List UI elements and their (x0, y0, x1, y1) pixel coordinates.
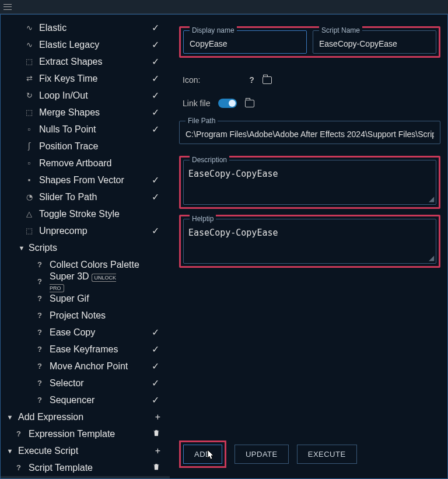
check-icon: ✓ (152, 327, 159, 338)
item-icon: ↻ (24, 91, 34, 100)
script-item[interactable]: ?Sequencer✓ (1, 391, 170, 408)
script-item[interactable]: ?Ease Keyframes✓ (1, 341, 170, 358)
icon-label: Icon: (183, 75, 200, 85)
item-icon: ∿ (24, 40, 34, 49)
display-name-input[interactable] (190, 39, 300, 48)
helptip-label: Helptip (190, 215, 216, 223)
item-label: Super Gif (50, 293, 170, 304)
file-path-label: File Path (186, 117, 218, 125)
script-item[interactable]: ?Project Notes (1, 307, 170, 324)
execute-script-label: Execute Script (18, 446, 155, 456)
anim-item[interactable]: △Toggle Stroke Style (1, 205, 170, 222)
script-item[interactable]: ?Selector✓ (1, 375, 170, 391)
question-icon: ? (34, 294, 45, 303)
check-icon: ✓ (152, 191, 159, 202)
question-icon: ? (13, 463, 24, 472)
script-name-input[interactable] (319, 39, 430, 48)
script-item[interactable]: ?Super Gif (1, 290, 170, 307)
item-label: Fix Keys Time (39, 74, 152, 84)
script-name-field[interactable]: Script Name (313, 30, 436, 54)
menu-icon[interactable] (4, 4, 12, 10)
resize-handle-icon[interactable]: ◢ (429, 256, 435, 262)
display-name-field[interactable]: Display name (183, 30, 307, 54)
description-field[interactable]: Description ◢ (183, 160, 436, 205)
plus-icon[interactable]: + (155, 412, 160, 422)
highlight-helptip: Helptip ◢ (179, 215, 440, 268)
section-scripts[interactable]: ▼ Scripts (1, 239, 170, 256)
anim-item[interactable]: ▫Nulls To Point✓ (1, 121, 170, 138)
anim-item[interactable]: ▪Shapes From Vector✓ (1, 172, 170, 188)
item-label: Remove Artboard (39, 158, 170, 169)
item-label: Elastic Legacy (39, 40, 152, 50)
add-button[interactable]: ADD (183, 445, 222, 464)
trash-icon[interactable] (152, 463, 160, 473)
anim-item[interactable]: ▫Remove Artboard (1, 155, 170, 172)
question-icon: ? (34, 379, 45, 387)
expression-template-label: Expression Template (29, 429, 152, 439)
section-add-expression[interactable]: ▼ Add Expression + (1, 408, 170, 425)
file-path-field[interactable]: File Path (179, 121, 440, 144)
anim-item[interactable]: ⬚Extract Shapes✓ (1, 53, 170, 70)
item-new-script[interactable]: ? new script 1 (1, 476, 170, 478)
script-item[interactable]: ?Ease Copy✓ (1, 324, 170, 341)
anim-item[interactable]: ∿Elastic Legacy✓ (1, 36, 170, 53)
file-path-input[interactable] (186, 130, 434, 139)
highlight-add-button: ADD (179, 440, 226, 468)
chevron-down-icon: ▼ (17, 244, 26, 251)
script-item[interactable]: ?Move Anchor Point✓ (1, 358, 170, 375)
item-label: Merge Shapes (39, 107, 152, 118)
link-file-row: Link file (183, 99, 440, 108)
sidebar: ∿Elastic✓∿Elastic Legacy✓⬚Extract Shapes… (1, 15, 170, 478)
item-label: Project Notes (50, 310, 170, 321)
button-row: ADD UPDATE EXECUTE (179, 440, 357, 468)
item-icon: ʃ (24, 142, 34, 151)
resize-handle-icon[interactable]: ◢ (429, 197, 435, 203)
anim-item[interactable]: ↻Loop In/Out✓ (1, 87, 170, 104)
item-expression-template[interactable]: ? Expression Template (1, 425, 170, 442)
link-file-label: Link file (183, 99, 210, 108)
display-name-label: Display name (190, 26, 237, 34)
anim-item[interactable]: ∿Elastic✓ (1, 19, 170, 36)
add-expression-label: Add Expression (18, 412, 155, 422)
section-execute-script[interactable]: ▼ Execute Script + (1, 442, 170, 459)
question-icon: ? (34, 396, 45, 404)
highlight-name-fields: Display name Script Name (179, 26, 440, 58)
item-icon: ⇄ (24, 74, 34, 83)
script-template-label: Script Template (29, 463, 152, 473)
script-item[interactable]: ?Super 3DUNLOCKPRO (1, 273, 170, 290)
item-label: Selector (50, 378, 152, 389)
item-label: Unprecomp (39, 226, 152, 236)
anim-item[interactable]: ⬚Merge Shapes✓ (1, 104, 170, 121)
item-label: Loop In/Out (39, 90, 152, 101)
script-name-label: Script Name (319, 26, 362, 34)
helptip-input[interactable] (188, 228, 431, 257)
item-script-template[interactable]: ? Script Template (1, 459, 170, 476)
anim-item[interactable]: ◔Slider To Path✓ (1, 188, 170, 205)
scripts-header-label: Scripts (29, 243, 170, 253)
folder-icon[interactable] (245, 100, 254, 107)
question-icon[interactable]: ? (249, 75, 254, 85)
question-icon: ? (34, 328, 45, 337)
item-label: Sequencer (50, 395, 152, 405)
link-file-toggle[interactable] (218, 99, 237, 108)
question-icon: ? (34, 260, 45, 269)
question-icon: ? (34, 277, 45, 286)
anim-item[interactable]: ʃPosition Trace (1, 138, 170, 155)
update-button[interactable]: UPDATE (235, 445, 289, 464)
check-icon: ✓ (152, 124, 159, 135)
item-label: Toggle Stroke Style (39, 209, 170, 219)
anim-item[interactable]: ⬚Unprecomp✓ (1, 222, 170, 239)
check-icon: ✓ (152, 361, 159, 372)
plus-icon[interactable]: + (155, 446, 160, 456)
description-label: Description (190, 156, 229, 164)
execute-button[interactable]: EXECUTE (297, 445, 357, 464)
highlight-description: Description ◢ (179, 156, 440, 209)
anim-item[interactable]: ⇄Fix Keys Time✓ (1, 70, 170, 87)
description-input[interactable] (188, 169, 431, 198)
trash-icon[interactable] (152, 429, 160, 439)
check-icon: ✓ (152, 107, 159, 118)
item-icon: ▫ (24, 125, 34, 134)
item-label: Move Anchor Point (50, 361, 152, 372)
folder-icon[interactable] (262, 76, 272, 84)
helptip-field[interactable]: Helptip ◢ (183, 219, 436, 264)
